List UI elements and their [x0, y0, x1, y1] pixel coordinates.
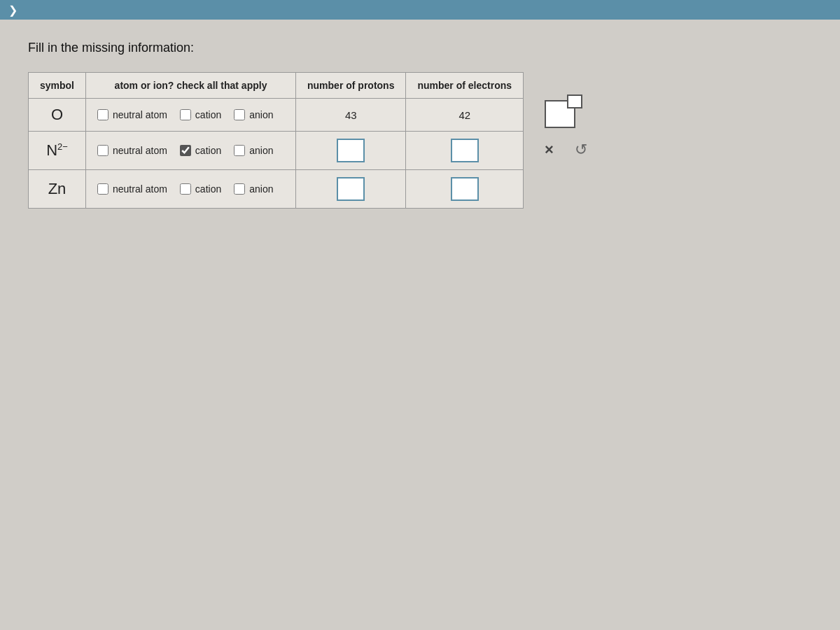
- electrons-input-row3[interactable]: [451, 177, 479, 201]
- anion-checkbox-row1[interactable]: [234, 109, 245, 120]
- electrons-input-row2[interactable]: [451, 139, 479, 162]
- undo-button[interactable]: ↺: [575, 141, 587, 159]
- element-symbol-row3: Zn: [48, 180, 66, 197]
- checkboxes-cell-row2: neutral atom cation anion: [86, 132, 296, 170]
- checkboxes-cell-row1: neutral atom cation anion: [86, 99, 296, 132]
- protons-cell-row3[interactable]: [296, 170, 406, 209]
- cation-checkbox-row3[interactable]: [180, 183, 191, 195]
- anion-label-row1[interactable]: anion: [234, 109, 273, 120]
- info-table: symbol atom or ion? check all that apply…: [28, 72, 524, 209]
- table-row: N2− neutral atom cation: [29, 132, 524, 170]
- neutral-atom-checkbox-row2[interactable]: [97, 145, 108, 156]
- table-row: Zn neutral atom cation: [29, 170, 524, 209]
- electrons-cell-row3[interactable]: [406, 170, 524, 209]
- header-atom-ion: atom or ion? check all that apply: [86, 73, 296, 99]
- symbol-cell-row2: N2−: [29, 132, 86, 170]
- neutral-atom-checkbox-row1[interactable]: [97, 109, 108, 120]
- anion-checkbox-row2[interactable]: [234, 145, 245, 156]
- cation-label-row1[interactable]: cation: [180, 109, 221, 120]
- table-row: O neutral atom cation: [29, 99, 524, 132]
- electrons-value-row1: 42: [458, 109, 470, 121]
- anion-checkbox-row3[interactable]: [234, 183, 245, 195]
- checkboxes-cell-row3: neutral atom cation anion: [86, 170, 296, 209]
- protons-cell-row1: 43: [296, 99, 406, 132]
- element-symbol-row2: N2−: [46, 141, 68, 159]
- anion-label-row3[interactable]: anion: [234, 183, 273, 195]
- neutral-atom-label-row1[interactable]: neutral atom: [97, 109, 167, 120]
- electrons-cell-row1: 42: [406, 99, 524, 132]
- answer-box-outer: [545, 100, 575, 128]
- electrons-cell-row2[interactable]: [406, 132, 524, 170]
- protons-value-row1: 43: [345, 109, 357, 121]
- element-symbol-row1: O: [51, 106, 63, 123]
- cation-label-row2[interactable]: cation: [180, 145, 221, 156]
- answer-box-inner: [567, 94, 582, 108]
- protons-input-row3[interactable]: [337, 177, 365, 201]
- cation-label-row3[interactable]: cation: [180, 183, 221, 195]
- answer-box-container: [545, 100, 575, 128]
- right-panel: × ↺: [545, 100, 587, 159]
- anion-label-row2[interactable]: anion: [234, 145, 273, 156]
- cation-checkbox-row2[interactable]: [180, 145, 191, 156]
- superscript-row2: 2−: [57, 141, 68, 152]
- top-bar: ❯: [0, 0, 840, 20]
- neutral-atom-label-row2[interactable]: neutral atom: [97, 145, 167, 156]
- symbol-cell-row3: Zn: [29, 170, 86, 209]
- header-electrons: number of electrons: [406, 73, 524, 99]
- neutral-atom-checkbox-row3[interactable]: [97, 183, 108, 195]
- close-button[interactable]: ×: [545, 141, 554, 159]
- symbol-cell-row1: O: [29, 99, 86, 132]
- checkbox-group-row2: neutral atom cation anion: [97, 145, 284, 156]
- cation-checkbox-row1[interactable]: [180, 109, 191, 120]
- header-symbol: symbol: [29, 73, 86, 99]
- page-title: Fill in the missing information:: [28, 41, 812, 55]
- page-content: Fill in the missing information: symbol …: [0, 20, 840, 230]
- main-layout: symbol atom or ion? check all that apply…: [28, 72, 812, 209]
- checkbox-group-row3: neutral atom cation anion: [97, 183, 284, 195]
- protons-input-row2[interactable]: [337, 139, 365, 162]
- chevron-down-icon: ❯: [8, 4, 18, 17]
- checkbox-group-row1: neutral atom cation anion: [97, 109, 284, 120]
- protons-cell-row2[interactable]: [296, 132, 406, 170]
- header-protons: number of protons: [296, 73, 406, 99]
- neutral-atom-label-row3[interactable]: neutral atom: [97, 183, 167, 195]
- action-buttons: × ↺: [545, 141, 587, 159]
